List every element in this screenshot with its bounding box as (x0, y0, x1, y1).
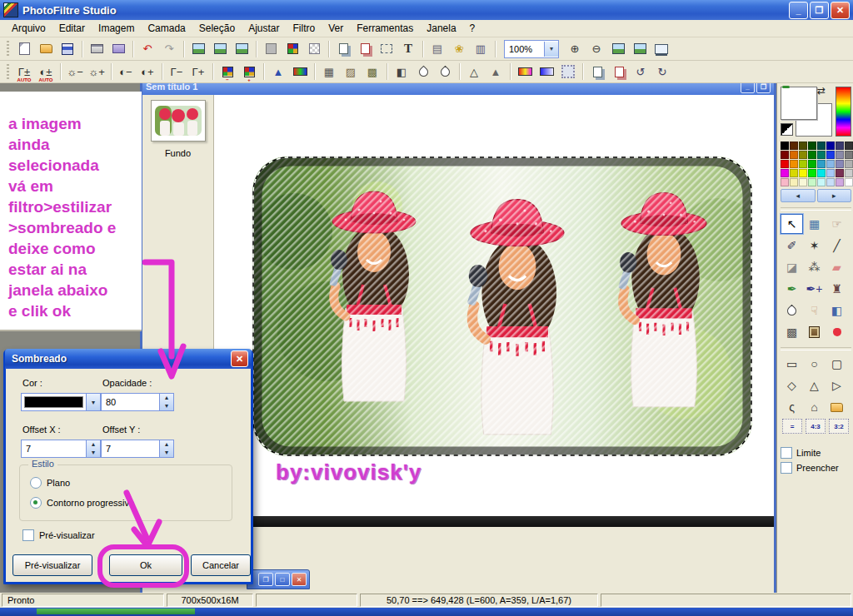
shadow-color-combo[interactable]: ▾ (21, 393, 101, 411)
text-icon[interactable]: T (398, 39, 418, 58)
palette-swatch[interactable] (808, 160, 816, 168)
color-balance-icon[interactable] (290, 62, 310, 82)
paintbrush-icon[interactable]: ✒ (781, 279, 803, 299)
palette-swatch[interactable] (836, 178, 844, 186)
foreground-color-swatch[interactable] (781, 87, 817, 120)
sharpen-icon[interactable]: △ (464, 62, 484, 82)
mini-maximize-button[interactable]: □ (275, 573, 290, 586)
scan-icon[interactable] (108, 39, 128, 58)
menu-item-imagem[interactable]: Imagem (92, 21, 141, 36)
palette-swatch[interactable] (781, 142, 789, 150)
palette-swatch[interactable] (826, 178, 835, 186)
opacity-value[interactable]: 80 (102, 394, 159, 410)
radio-plano[interactable]: Plano (30, 477, 70, 489)
pattern-tool-icon[interactable]: ▩ (781, 322, 803, 342)
palette-swatch[interactable] (817, 178, 826, 186)
minimized-window-bar[interactable]: ❐ □ ✕ (247, 569, 310, 589)
brightness-plus-icon[interactable]: ☼+ (87, 62, 107, 82)
magic-wand-icon[interactable]: ✶ (803, 236, 826, 256)
palette-swatch[interactable] (781, 169, 789, 177)
tool-bar-toggle-icon[interactable]: ▤ (427, 39, 447, 58)
swap-colors-icon[interactable]: ⇄ (817, 85, 826, 97)
palette-swatch[interactable] (799, 169, 807, 177)
airbrush-icon[interactable]: ⁂ (803, 257, 826, 277)
menu-item-ferramentas[interactable]: Ferramentas (350, 21, 420, 36)
fit-image-icon[interactable] (630, 39, 650, 58)
palette-swatch[interactable] (826, 169, 835, 177)
print-icon[interactable] (87, 39, 107, 58)
selection-rounded-rect-icon[interactable]: ▢ (826, 354, 848, 374)
palette-swatch[interactable] (781, 160, 789, 168)
advanced-brush-icon[interactable]: ✒+ (803, 279, 826, 299)
palette-swatch[interactable] (836, 169, 844, 177)
menu-item-ver[interactable]: Ver (322, 21, 350, 36)
pattern-filter-icon[interactable]: ▨ (341, 62, 361, 82)
option-limite[interactable]: Limite (781, 447, 851, 459)
color-picker-icon[interactable]: ✐ (781, 236, 803, 256)
blur-tool-icon[interactable] (781, 301, 803, 320)
red-eye-tool-icon[interactable] (826, 322, 848, 342)
mini-restore-button[interactable]: ❐ (258, 573, 273, 586)
contrast-plus-icon[interactable]: ◐+ (137, 62, 157, 82)
blur-more-icon[interactable] (435, 62, 455, 82)
zoom-out-icon[interactable]: ⊖ (586, 39, 606, 58)
layer-thumbnail[interactable] (151, 100, 206, 142)
palette-swatch[interactable] (836, 160, 844, 168)
menu-item-filtro[interactable]: Filtro (287, 21, 322, 36)
palette-swatch[interactable] (845, 142, 853, 150)
duplicate-image-icon[interactable] (188, 39, 208, 58)
fade-red-icon[interactable] (515, 62, 535, 82)
palette-swatch[interactable] (836, 142, 844, 150)
palette-swatch[interactable] (808, 178, 816, 186)
redo-icon[interactable]: ↷ (159, 39, 179, 58)
radio-icon[interactable] (30, 497, 42, 509)
palette-swatch[interactable] (808, 151, 816, 159)
mosaic-filter-icon[interactable]: ▩ (362, 62, 382, 82)
artistic-tool-icon[interactable] (803, 322, 826, 342)
palette-swatch[interactable] (817, 169, 826, 177)
rotate-right-icon[interactable]: ↻ (652, 62, 672, 82)
layers-manager-icon[interactable]: ▦ (803, 214, 826, 234)
new-file-icon[interactable] (14, 39, 34, 58)
menu-item-?[interactable]: ? (463, 21, 482, 36)
photomasque-filter-icon[interactable]: ▦ (319, 62, 339, 82)
palette-swatch[interactable] (845, 151, 853, 159)
undo-icon[interactable]: ↶ (137, 39, 157, 58)
color-spectrum-bar[interactable] (836, 87, 851, 137)
rotate-left-icon[interactable]: ↺ (631, 62, 651, 82)
ratio-button-4-3[interactable]: 4:3 (806, 419, 826, 434)
auto-contrast-icon[interactable]: ◐±AUTO (36, 62, 56, 82)
palette-swatch[interactable] (799, 160, 807, 168)
checkbox-icon[interactable] (781, 447, 792, 459)
spin-up-icon[interactable]: ▴ (165, 441, 168, 448)
auto-zoom-icon[interactable] (608, 39, 628, 58)
contrast-minus-icon[interactable]: ◐− (116, 62, 136, 82)
indexed-colors-icon[interactable] (282, 39, 302, 58)
spin-up-icon[interactable]: ▴ (165, 395, 168, 401)
sharpen-more-icon[interactable]: ▲ (486, 62, 506, 82)
preview-checkbox-row[interactable]: Pré-visualizar (22, 529, 95, 541)
ratio-button-3-2[interactable]: 3:2 (829, 419, 849, 434)
palette-swatch[interactable] (845, 160, 853, 168)
copy-merged-icon[interactable] (333, 39, 353, 58)
save-icon[interactable] (57, 39, 77, 58)
transparency-mask-icon[interactable]: ◧ (392, 62, 412, 82)
palette-swatch[interactable] (790, 169, 798, 177)
palette-swatch[interactable] (781, 151, 789, 159)
palette-swatch[interactable] (836, 151, 844, 159)
palette-swatch[interactable] (845, 178, 853, 186)
minimize-button[interactable]: _ (789, 2, 808, 19)
clone-stamp-icon[interactable]: ♜ (826, 279, 848, 299)
palette-swatch[interactable] (799, 151, 807, 159)
palette-swatch[interactable] (808, 142, 816, 150)
palette-swatch[interactable] (799, 142, 807, 150)
checkbox-icon[interactable] (22, 529, 34, 541)
selection-rectangle-icon[interactable]: ▭ (781, 354, 803, 374)
doc-restore-button[interactable]: ❐ (756, 83, 771, 93)
selection-lasso-icon[interactable]: ς (781, 397, 803, 417)
gamma-minus-icon[interactable]: Γ− (167, 62, 187, 82)
selection-diamond-icon[interactable]: ◇ (781, 375, 803, 395)
palette-swatch[interactable] (790, 142, 798, 150)
soften-icon[interactable] (413, 62, 433, 82)
fill-bucket-icon[interactable]: ◪ (781, 257, 803, 277)
